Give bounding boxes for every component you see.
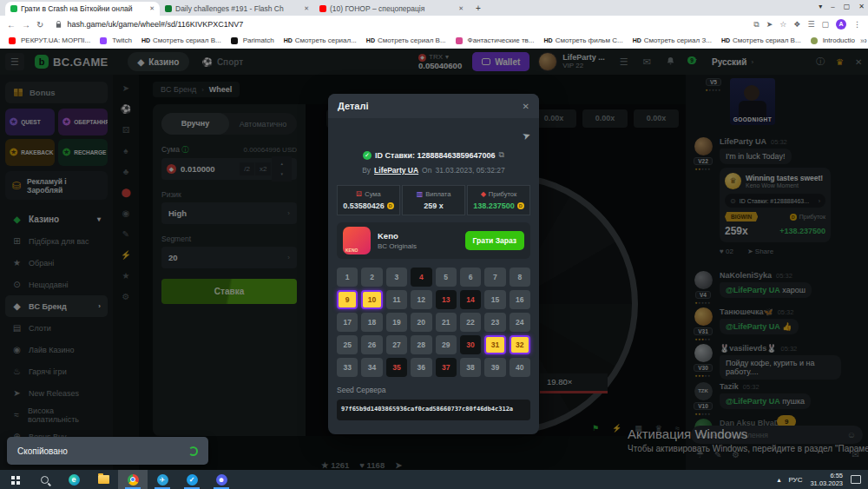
modal-close-icon[interactable]: ✕	[523, 102, 529, 111]
new-tab-button[interactable]: +	[472, 3, 484, 15]
browser-actions: ⧉ ➤ ☆ ❖ ☰ ▢ A ⋮	[753, 19, 861, 30]
bookmark-favicon	[456, 37, 463, 44]
taskbar-edge[interactable]: e	[59, 470, 89, 489]
screenshot-icon[interactable]: ⧉	[753, 20, 759, 30]
minimize-button[interactable]: –	[831, 3, 834, 10]
folder-icon	[98, 475, 109, 484]
browser-tab[interactable]: Daily challenges #191 - Flash Ch ✕	[160, 2, 314, 16]
tab-close-icon[interactable]: ✕	[304, 5, 309, 12]
bookmark-star-icon[interactable]: ☆	[779, 20, 786, 29]
taskbar-explorer[interactable]	[89, 470, 118, 489]
bookmark-label: Смотреть фильм С...	[556, 36, 623, 44]
taskbar-chrome[interactable]	[118, 470, 148, 489]
tab-close-icon[interactable]: ✕	[458, 5, 464, 12]
server-seed-value[interactable]: 97f65b9d1403865936caf0cad58660737c80f46d…	[337, 400, 530, 420]
keno-cell: 21	[436, 313, 457, 332]
coin-icon: D	[387, 202, 394, 209]
bookmark-item[interactable]: Parimatch	[231, 36, 274, 44]
share-bet-icon[interactable]: ➤	[521, 129, 532, 142]
bookmark-label: Смотреть сериал...	[295, 36, 357, 44]
keno-cell: 38	[460, 358, 481, 377]
keno-cell: 28	[411, 335, 431, 354]
keno-cell: 19	[386, 313, 407, 332]
taskbar: e ✈ ✓ ☻ ▴ РУС 6:55 31.03.2023	[0, 470, 868, 489]
keno-cell: 37	[436, 358, 457, 377]
url-text: hash.game/uk/game/wheel#/sd/116KIVKPXC1N…	[67, 20, 243, 29]
bookmark-item[interactable]: Twitch	[100, 36, 132, 44]
menu-kebab-icon[interactable]: ⋮	[853, 20, 861, 29]
bookmark-label: Смотреть сериал В...	[733, 36, 801, 44]
tray-expand-icon[interactable]: ▴	[777, 476, 780, 484]
bookmark-item[interactable]: Фантастические тв...	[456, 36, 535, 44]
bookmark-item[interactable]: HD Смотреть сериал В...	[366, 36, 446, 44]
keno-cell: 25	[337, 335, 358, 354]
start-button[interactable]	[0, 470, 30, 489]
bookmark-favicon	[231, 37, 238, 44]
bookmark-label: Смотреть сериал З...	[644, 36, 712, 44]
bookmark-label: Смотреть сериал В...	[153, 36, 221, 44]
tab-close-icon[interactable]: ✕	[149, 5, 155, 12]
keno-cell: 6	[460, 268, 481, 287]
bookmarks-overflow-icon[interactable]: »	[855, 36, 865, 45]
keno-cell: 4	[411, 268, 431, 287]
taskbar-app[interactable]: ✓	[177, 470, 207, 489]
bet-id-row: ID Ставки: 128888463859647006	[375, 151, 496, 160]
card-icon: ▥	[417, 190, 424, 198]
keno-cell: 7	[484, 268, 505, 287]
by-label: By	[362, 166, 371, 175]
discord-icon: ☻	[216, 474, 227, 486]
language-indicator[interactable]: РУС	[788, 476, 802, 484]
clock-time: 6:55	[810, 472, 843, 479]
taskbar-search[interactable]	[30, 470, 59, 489]
bookmark-label: Фантастические тв...	[468, 36, 535, 44]
share-icon[interactable]: ➤	[766, 20, 773, 29]
reading-list-icon[interactable]: ☰	[807, 20, 814, 29]
window-controls: ▾ – ▢ ✕	[819, 0, 865, 12]
copied-toast: Скопійовано	[7, 437, 208, 465]
url-box[interactable]: hash.game/uk/game/wheel#/sd/116KIVKPXC1N…	[49, 18, 747, 31]
search-icon	[41, 476, 49, 484]
tabs: Грати в Crash на Біткойни онлай ✕ Daily …	[5, 2, 469, 16]
game-card: Keno BC Originals Грати Зараз	[337, 222, 530, 259]
keno-cell: 11	[386, 290, 407, 309]
bookmark-item[interactable]: HD Смотреть сериал...	[284, 36, 357, 44]
maximize-button[interactable]: ▢	[844, 3, 851, 10]
keno-cell: 20	[411, 313, 431, 332]
reload-icon[interactable]: ↻	[36, 20, 43, 30]
taskbar-telegram[interactable]: ✈	[148, 470, 177, 489]
back-icon[interactable]: ←	[7, 20, 16, 30]
telegram-icon: ✈	[157, 474, 168, 486]
copy-icon[interactable]: ⧉	[499, 150, 504, 160]
notification-center-icon[interactable]	[851, 475, 861, 484]
profile-avatar[interactable]: A	[836, 19, 846, 30]
forward-icon[interactable]: →	[22, 20, 30, 30]
keno-cell: 24	[510, 313, 530, 332]
play-now-button[interactable]: Грати Зараз	[465, 231, 524, 250]
taskbar-discord[interactable]: ☻	[207, 470, 236, 489]
tab-groups-icon[interactable]: ▢	[821, 20, 829, 29]
keno-cell: 26	[361, 335, 382, 354]
extensions-icon[interactable]: ❖	[793, 20, 800, 29]
keno-cell: 40	[510, 358, 530, 377]
keno-cell: 22	[460, 313, 481, 332]
bookmark-item[interactable]: HD Смотреть сериал З...	[633, 36, 712, 44]
browser-tab[interactable]: Грати в Crash на Біткойни онлай ✕	[5, 2, 160, 16]
keno-cell: 1	[337, 268, 358, 287]
keno-cell: 30	[460, 335, 481, 354]
keno-cell: 13	[436, 290, 457, 309]
taskbar-clock[interactable]: 6:55 31.03.2023	[810, 472, 843, 488]
tab-search-icon[interactable]: ▾	[819, 3, 822, 10]
bookmark-item[interactable]: HD Смотреть фильм С...	[544, 36, 623, 44]
bookmark-item[interactable]: РЕКРУТ.UA: МОРПІ...	[9, 36, 90, 44]
keno-cell: 35	[386, 358, 407, 377]
browser-tab[interactable]: (10) ГОНОР – спецоперація ✕	[314, 2, 469, 16]
bookmark-item[interactable]: HD Смотреть сериал В...	[721, 36, 801, 44]
modal-title: Деталі	[338, 101, 369, 111]
keno-cell: 14	[460, 290, 481, 309]
toast-text: Скопійовано	[17, 446, 188, 456]
close-button[interactable]: ✕	[858, 3, 865, 10]
bookmark-label: Twitch	[112, 36, 132, 44]
keno-cell: 10	[361, 290, 382, 309]
bet-author-link[interactable]: LifeParty UA	[374, 166, 418, 175]
bookmark-item[interactable]: HD Смотреть сериал В...	[141, 36, 221, 44]
